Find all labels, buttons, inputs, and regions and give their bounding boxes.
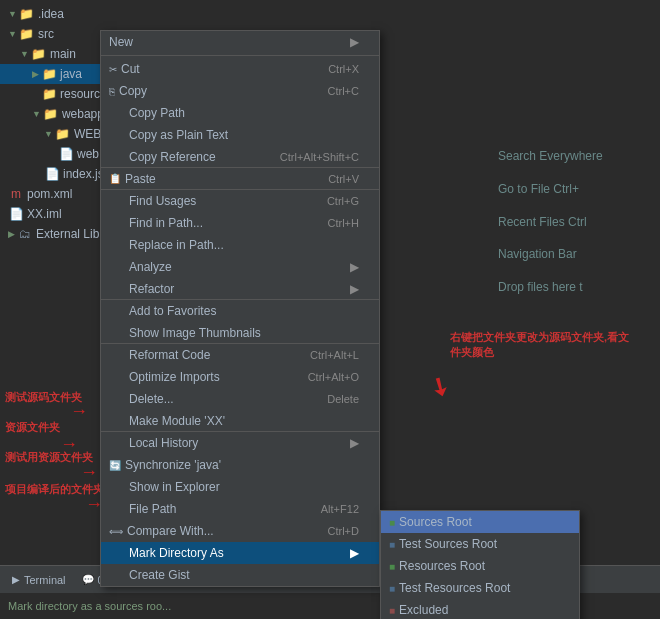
arrow-icon: ▼: [8, 29, 17, 39]
menu-item-optimizeimports[interactable]: Optimize Imports Ctrl+Alt+O: [101, 366, 379, 388]
menu-item-findinpath[interactable]: Find in Path... Ctrl+H: [101, 212, 379, 234]
tree-label: webapp: [62, 107, 104, 121]
arrow-icon: ▼: [44, 129, 53, 139]
menu-item-copyplain[interactable]: Copy as Plain Text: [101, 124, 379, 146]
right-panel-recentfiles: Recent Files Ctrl: [498, 214, 652, 231]
menu-item-markdiras[interactable]: Mark Directory As ▶: [101, 542, 379, 564]
context-menu: New ▶ ✂ Cut Ctrl+X ⎘ Copy Ctrl+C Copy Pa…: [100, 30, 380, 587]
right-panel-search: Search Everywhere: [498, 148, 652, 165]
menu-item-makemodule[interactable]: Make Module 'XX': [101, 410, 379, 432]
tree-label: pom.xml: [27, 187, 72, 201]
iml-file-icon: 📄: [8, 206, 24, 222]
submenu-item-sourcesroot[interactable]: ■ Sources Root: [381, 511, 579, 533]
mark-directory-submenu: ■ Sources Root ■ Test Sources Root ■ Res…: [380, 510, 580, 619]
sources-root-icon: ■: [389, 517, 395, 528]
menu-item-filepath[interactable]: File Path Alt+F12: [101, 498, 379, 520]
arrow-icon: ▶: [32, 69, 39, 79]
menu-separator: [101, 55, 379, 56]
folder-icon: 📁: [19, 26, 35, 42]
terminal-icon: ▶: [12, 574, 20, 585]
submenu-item-testresourcesroot[interactable]: ■ Test Resources Root: [381, 577, 579, 599]
arrow-icon: ▼: [32, 109, 41, 119]
tree-label: java: [60, 67, 82, 81]
terminal-tab[interactable]: ▶ Terminal: [4, 568, 74, 592]
arrow-right-top-icon: ➘: [425, 372, 454, 403]
menu-item-copyref[interactable]: Copy Reference Ctrl+Alt+Shift+C: [101, 146, 379, 168]
xml-file-icon: 📄: [58, 146, 74, 162]
maven-file-icon: m: [8, 186, 24, 202]
resources-root-icon: ■: [389, 561, 395, 572]
right-panel-navbar: Navigation Bar: [498, 246, 652, 263]
right-panel-gotofile: Go to File Ctrl+: [498, 181, 652, 198]
tree-label: main: [50, 47, 76, 61]
annotation-resources: 资源文件夹: [5, 420, 60, 434]
menu-item-findusages[interactable]: Find Usages Ctrl+G: [101, 190, 379, 212]
test-resources-root-icon: ■: [389, 583, 395, 594]
menu-item-refactor[interactable]: Refactor ▶: [101, 278, 379, 300]
menu-item-cut[interactable]: ✂ Cut Ctrl+X: [101, 58, 379, 80]
folder-icon: 📁: [43, 106, 59, 122]
submenu-arrow-icon: ▶: [350, 35, 359, 49]
annotation-right-top: 右键把文件夹更改为源码文件夹,看文件夹颜色: [450, 330, 640, 361]
menu-item-reformatcode[interactable]: Reformat Code Ctrl+Alt+L: [101, 344, 379, 366]
ext-lib-icon: 🗂: [17, 226, 33, 242]
folder-res-icon: 📁: [41, 86, 57, 102]
compare-icon: ⟺: [109, 526, 123, 537]
menu-item-showinexplorer[interactable]: Show in Explorer: [101, 476, 379, 498]
tree-label: src: [38, 27, 54, 41]
right-panel: Search Everywhere Go to File Ctrl+ Recen…: [490, 140, 660, 320]
menu-item-copypath[interactable]: Copy Path: [101, 102, 379, 124]
menu-item-paste[interactable]: 📋 Paste Ctrl+V: [101, 168, 379, 190]
copy-icon: ⎘: [109, 86, 115, 97]
arrow-icon: ▼: [8, 9, 17, 19]
arrow-icon: ▼: [20, 49, 29, 59]
menu-item-analyze[interactable]: Analyze ▶: [101, 256, 379, 278]
folder-src-icon: 📁: [41, 66, 57, 82]
menu-item-sync[interactable]: 🔄 Synchronize 'java': [101, 454, 379, 476]
submenu-item-resourcesroot[interactable]: ■ Resources Root: [381, 555, 579, 577]
arrow-icon: ▶: [8, 229, 15, 239]
menu-item-copy[interactable]: ⎘ Copy Ctrl+C: [101, 80, 379, 102]
submenu-arrow-icon: ▶: [350, 546, 359, 560]
right-panel-dropfiles: Drop files here t: [498, 279, 652, 296]
menu-item-addtofav[interactable]: Add to Favorites: [101, 300, 379, 322]
messages-icon: 💬: [82, 574, 94, 585]
tree-label: XX.iml: [27, 207, 62, 221]
submenu-item-testsourcesroot[interactable]: ■ Test Sources Root: [381, 533, 579, 555]
test-sources-root-icon: ■: [389, 539, 395, 550]
submenu-item-excluded[interactable]: ■ Excluded: [381, 599, 579, 619]
submenu-arrow-icon: ▶: [350, 436, 359, 450]
submenu-arrow-icon: ▶: [350, 260, 359, 274]
folder-icon: 📁: [19, 6, 35, 22]
cut-icon: ✂: [109, 64, 117, 75]
jsp-file-icon: 📄: [44, 166, 60, 182]
arrow-test-src-icon: →: [70, 402, 88, 420]
menu-item-replaceinpath[interactable]: Replace in Path...: [101, 234, 379, 256]
arrow-test-resources-icon: →: [80, 463, 98, 481]
menu-item-creategist[interactable]: Create Gist: [101, 564, 379, 586]
folder-icon: 📁: [55, 126, 71, 142]
submenu-arrow-icon: ▶: [350, 282, 359, 296]
excluded-icon: ■: [389, 605, 395, 616]
menu-item-localhistory[interactable]: Local History ▶: [101, 432, 379, 454]
menu-item-showthumbs[interactable]: Show Image Thumbnails: [101, 322, 379, 344]
paste-icon: 📋: [109, 173, 121, 184]
tree-label: .idea: [38, 7, 64, 21]
sync-icon: 🔄: [109, 460, 121, 471]
menu-item-delete[interactable]: Delete... Delete: [101, 388, 379, 410]
menu-item-comparewith[interactable]: ⟺ Compare With... Ctrl+D: [101, 520, 379, 542]
menu-item-new[interactable]: New ▶: [101, 31, 379, 53]
tree-item-idea[interactable]: ▼ 📁 .idea: [0, 4, 220, 24]
folder-icon: 📁: [31, 46, 47, 62]
